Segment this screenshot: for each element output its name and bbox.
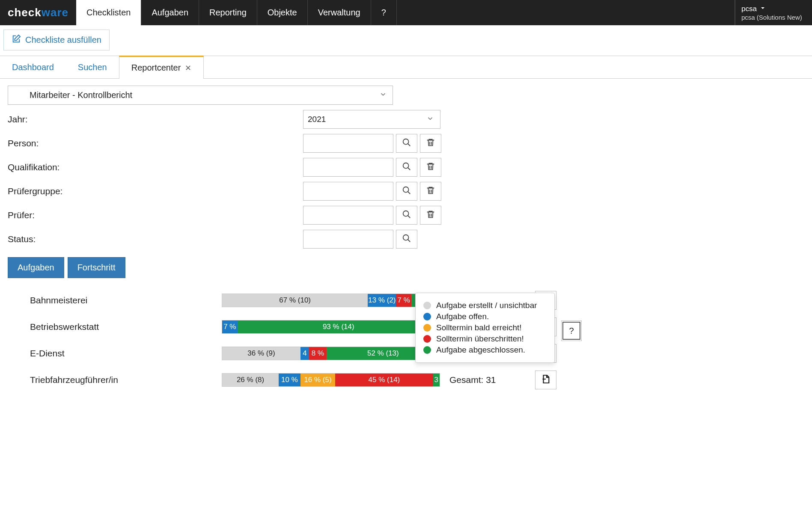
export-button[interactable] (535, 371, 556, 389)
qualification-search-button[interactable] (396, 158, 417, 177)
tab-dashboard[interactable]: Dashboard (0, 56, 66, 78)
svg-point-3 (403, 211, 409, 216)
person-search-button[interactable] (396, 134, 417, 153)
nav-verwaltung[interactable]: Verwaltung (308, 0, 371, 25)
person-label: Person: (8, 138, 303, 148)
progress-row: E-Dienst36 % (9)48 %52 % (13)Gesamt: 25 (8, 344, 804, 363)
content: Mitarbeiter - Kontrollbericht Jahr: 2021… (0, 79, 812, 414)
year-label: Jahr: (8, 114, 303, 125)
progress-segment-red: 7 % (396, 294, 411, 307)
tab-suchen[interactable]: Suchen (66, 56, 119, 78)
progress-bar: 67 % (10)13 % (2)7 %13 % (222, 294, 440, 307)
trash-icon (426, 138, 435, 149)
year-select[interactable]: 2021 (303, 110, 440, 129)
chevron-down-icon (759, 5, 766, 14)
legend-due-soon: Solltermin bald erreicht! (436, 323, 522, 332)
help-button[interactable]: ? (562, 322, 580, 340)
svg-point-4 (403, 234, 409, 240)
progress-segment-gray: 67 % (10) (222, 294, 368, 307)
dot-green-icon (423, 346, 431, 354)
progress-segment-gray: 26 % (8) (222, 374, 279, 386)
legend-tooltip: Aufgabe erstellt / unsichtbar Aufgabe of… (415, 293, 555, 363)
progress-segment-orange: 16 % (5) (300, 374, 335, 386)
trash-icon (426, 210, 435, 221)
person-clear-button[interactable] (420, 134, 441, 153)
qualification-input[interactable] (303, 158, 393, 177)
user-menu[interactable]: pcsa pcsa (Solutions New) (735, 0, 812, 25)
pruefer-clear-button[interactable] (420, 206, 441, 225)
dot-gray-icon (423, 302, 431, 309)
person-input[interactable] (303, 134, 393, 153)
progress-total: Gesamt: 31 (449, 375, 535, 385)
pruefer-search-button[interactable] (396, 206, 417, 225)
progress-bar: 7 %93 % (14) (222, 320, 440, 334)
aufgaben-button[interactable]: Aufgaben (8, 257, 64, 278)
legend-overdue: Solltermin überschritten! (436, 334, 524, 344)
search-icon (402, 138, 411, 149)
svg-point-1 (403, 163, 409, 168)
top-nav: checkware Checklisten Aufgaben Reporting… (0, 0, 812, 25)
group-clear-button[interactable] (420, 182, 441, 201)
export-icon (541, 374, 550, 386)
dot-orange-icon (423, 324, 431, 332)
pruefer-input[interactable] (303, 206, 393, 225)
trash-icon (426, 186, 435, 197)
fill-checklist-label: Checkliste ausfüllen (25, 35, 101, 45)
progress-segment-green: 93 % (14) (238, 320, 440, 333)
logo-part2: ware (42, 6, 68, 19)
group-input[interactable] (303, 182, 393, 201)
action-bar: Checkliste ausfüllen (0, 25, 812, 55)
progress-row: Betriebswerkstatt7 %93 % (14)Gesamt: 15 (8, 317, 804, 336)
qualification-label: Qualifikation: (8, 162, 303, 172)
tab-reportcenter[interactable]: Reportcenter ✕ (119, 56, 204, 79)
progress-row: Triebfahrzeugführer/in26 % (8)10 %16 % (… (8, 371, 804, 389)
progress-segment-red: 45 % (14) (335, 374, 433, 386)
user-org: pcsa (Solutions New) (741, 14, 803, 21)
nav-checklisten[interactable]: Checklisten (76, 0, 141, 25)
tabs: Dashboard Suchen Reportcenter ✕ (0, 56, 812, 79)
svg-point-2 (403, 187, 409, 192)
dot-red-icon (423, 335, 431, 343)
trash-icon (426, 162, 435, 173)
progress-segment-blue: 10 % (279, 374, 300, 386)
chevron-down-icon (379, 90, 387, 100)
status-input[interactable] (303, 230, 393, 249)
close-icon[interactable]: ✕ (185, 63, 191, 73)
nav-reporting[interactable]: Reporting (199, 0, 257, 25)
nav-help[interactable]: ? (371, 0, 397, 25)
nav-objekte[interactable]: Objekte (257, 0, 308, 25)
progress-bar: 36 % (9)48 %52 % (13) (222, 347, 440, 360)
legend-done: Aufgabe abgeschlossen. (436, 345, 525, 355)
group-search-button[interactable] (396, 182, 417, 201)
progress-segment-red: 8 % (309, 347, 327, 360)
report-select[interactable]: Mitarbeiter - Kontrollbericht (8, 86, 393, 105)
fortschritt-button[interactable]: Fortschritt (68, 257, 125, 278)
search-icon (402, 210, 411, 221)
nav-aufgaben[interactable]: Aufgaben (141, 0, 199, 25)
search-icon (402, 162, 411, 173)
progress-label: Bahnmeisterei (8, 295, 222, 305)
progress-segment-blue: 7 % (222, 320, 238, 333)
pruefer-label: Prüfer: (8, 210, 303, 220)
dot-blue-icon (423, 313, 431, 320)
user-name: pcsa (741, 5, 757, 13)
qualification-clear-button[interactable] (420, 158, 441, 177)
report-select-value: Mitarbeiter - Kontrollbericht (30, 90, 132, 100)
svg-point-0 (403, 139, 409, 144)
progress-label: E-Dienst (8, 348, 222, 359)
progress-bar: 26 % (8)10 %16 % (5)45 % (14)3 (222, 373, 440, 387)
edit-icon (12, 34, 21, 46)
search-icon (402, 186, 411, 197)
search-icon (402, 234, 411, 245)
status-label: Status: (8, 234, 303, 244)
year-value: 2021 (308, 115, 326, 124)
progress-segment-blue: 4 (300, 347, 309, 360)
progress-segment-green: 3 (433, 374, 440, 386)
fill-checklist-button[interactable]: Checkliste ausfüllen (3, 30, 110, 50)
tab-reportcenter-label: Reportcenter (131, 63, 181, 73)
progress-segment-gray: 36 % (9) (222, 347, 300, 360)
status-search-button[interactable] (396, 230, 417, 249)
legend-open: Aufgabe offen. (436, 312, 489, 321)
progress-label: Triebfahrzeugführer/in (8, 375, 222, 385)
logo[interactable]: checkware (0, 0, 76, 25)
